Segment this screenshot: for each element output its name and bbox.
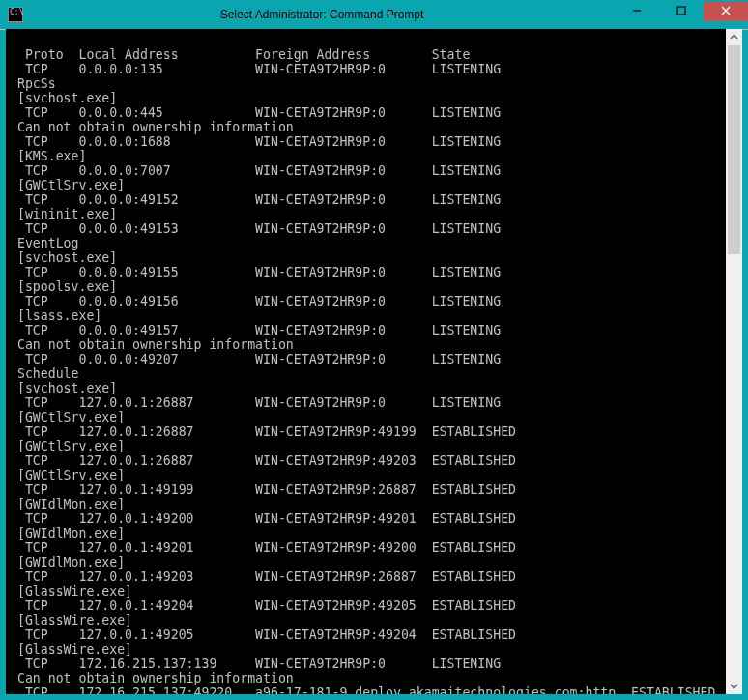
scroll-up-button[interactable] [726, 29, 742, 45]
window-controls [615, 1, 748, 20]
titlebar[interactable]: C:\ Select Administrator: Command Prompt [0, 0, 748, 30]
minimize-icon [632, 6, 642, 15]
scrollbar-track[interactable] [726, 45, 742, 678]
svg-rect-1 [677, 7, 685, 15]
maximize-icon [676, 6, 686, 15]
cmd-icon: C:\ [8, 7, 23, 22]
scrollbar-thumb[interactable] [728, 45, 740, 254]
scroll-down-button[interactable] [726, 678, 742, 694]
chevron-down-icon [730, 682, 738, 690]
close-icon [721, 6, 731, 15]
command-prompt-window: C:\ Select Administrator: Command Prompt… [0, 0, 748, 700]
window-title: Select Administrator: Command Prompt [29, 8, 615, 21]
close-button[interactable] [704, 1, 748, 20]
terminal-output: Proto Local Address Foreign Address Stat… [6, 29, 726, 694]
client-area: Proto Local Address Foreign Address Stat… [6, 29, 742, 694]
vertical-scrollbar[interactable] [726, 29, 742, 694]
terminal-viewport[interactable]: Proto Local Address Foreign Address Stat… [6, 29, 726, 694]
chevron-up-icon [730, 33, 738, 42]
maximize-button[interactable] [659, 1, 704, 20]
minimize-button[interactable] [615, 1, 659, 20]
